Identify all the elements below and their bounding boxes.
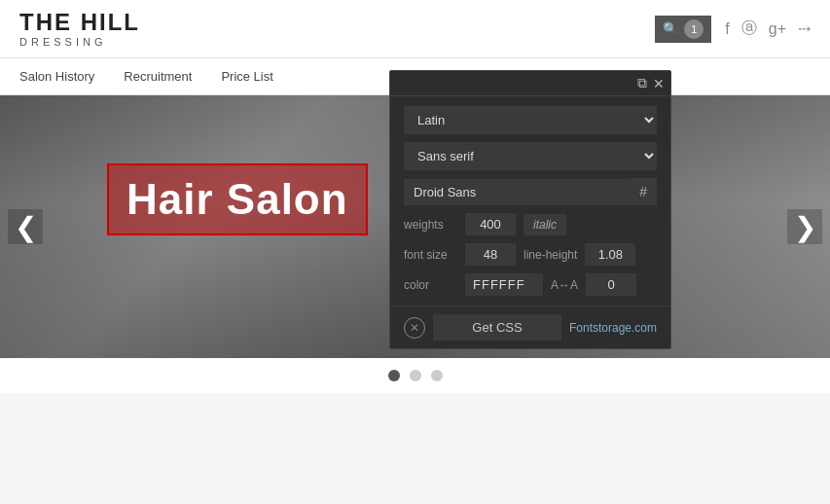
color-row: color A↔A: [404, 273, 657, 296]
instagram-icon[interactable]: ⓐ: [741, 18, 757, 39]
popup-header: ⧉ ✕: [390, 71, 670, 96]
nav-item-salon-history[interactable]: Salon History: [19, 69, 94, 84]
pinterest-icon[interactable]: ⤏: [798, 19, 811, 38]
header: THE HILL DRESSING 🔍 1 f ⓐ g+ ⤏: [0, 0, 830, 58]
pagination: [0, 358, 830, 393]
line-height-input[interactable]: [585, 243, 635, 266]
nav-item-price-list[interactable]: Price List: [221, 69, 272, 84]
facebook-icon[interactable]: f: [725, 20, 729, 38]
search-box[interactable]: 🔍 1: [655, 16, 711, 43]
search-icon: 🔍: [663, 21, 678, 36]
popup-footer-close-button[interactable]: ✕: [404, 317, 425, 339]
prev-slide-button[interactable]: ❮: [8, 209, 43, 244]
font-size-label: font size: [404, 248, 457, 262]
search-count: 1: [684, 19, 704, 39]
hero-text: Hair Salon: [126, 175, 348, 223]
font-name-input[interactable]: [404, 179, 630, 205]
header-right: 🔍 1 f ⓐ g+ ⤏: [655, 16, 811, 43]
nav-item-recruitment[interactable]: Recruitment: [124, 69, 192, 84]
hash-button[interactable]: #: [630, 178, 657, 205]
hero-text-box: Hair Salon: [107, 163, 368, 235]
pagination-dot-3[interactable]: [431, 370, 443, 381]
weights-row: weights italic: [404, 213, 657, 235]
pagination-dot-2[interactable]: [410, 370, 421, 381]
font-inspector-popup: ⧉ ✕ Latin Sans serif # weights italic fo…: [389, 70, 671, 349]
color-label: color: [404, 278, 457, 292]
line-height-label: line-height: [523, 248, 577, 262]
font-size-input[interactable]: [465, 243, 516, 266]
popup-body: Latin Sans serif # weights italic font s…: [390, 96, 670, 306]
color-input[interactable]: [465, 273, 543, 296]
popup-footer: ✕ Get CSS Fontstorage.com: [390, 306, 670, 348]
weights-input[interactable]: [465, 213, 516, 235]
google-plus-icon[interactable]: g+: [769, 20, 786, 38]
social-icons: f ⓐ g+ ⤏: [725, 18, 811, 39]
tracking-label: A↔A: [551, 278, 578, 292]
fontstorage-link[interactable]: Fontstorage.com: [569, 321, 657, 335]
pagination-dot-1[interactable]: [388, 370, 400, 381]
get-css-button[interactable]: Get CSS: [433, 314, 561, 341]
family-select[interactable]: Sans serif: [404, 142, 657, 170]
font-name-row: #: [404, 178, 657, 205]
tracking-input[interactable]: [586, 273, 636, 296]
logo: THE HILL DRESSING: [19, 11, 140, 48]
script-select[interactable]: Latin: [404, 106, 657, 134]
font-size-row: font size line-height: [404, 243, 657, 266]
next-slide-button[interactable]: ❯: [787, 209, 822, 244]
popup-close-button[interactable]: ✕: [653, 75, 665, 91]
popup-expand-button[interactable]: ⧉: [637, 75, 647, 91]
italic-button[interactable]: italic: [523, 214, 566, 235]
weights-label: weights: [404, 218, 457, 232]
